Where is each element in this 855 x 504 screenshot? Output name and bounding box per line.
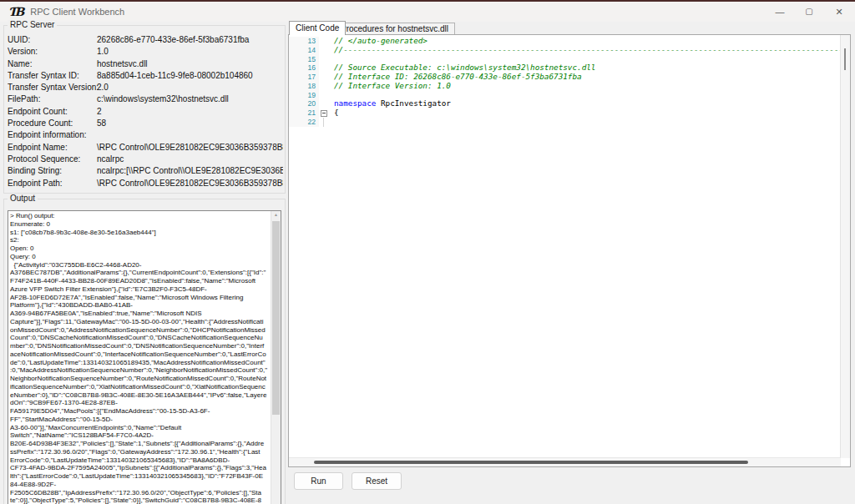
field-value: \RPC Control\OLE9E281082EC9E3036B359378B… — [97, 178, 283, 189]
rpc-server-fields: UUID:26268c86-e770-433e-86ef-5f3ba6731fb… — [8, 34, 283, 189]
output-line: 84-4E88-9D2F- — [10, 481, 271, 489]
scroll-up-icon[interactable]: ▲ — [271, 212, 281, 217]
field-row: Name:hostnetsvc.dll — [8, 58, 283, 70]
output-line: A3-60-00"}],"MaxConcurrentEndpoints":0,"… — [10, 424, 271, 432]
output-line: mber":0,"DNSNotificationMissedCount":0,"… — [10, 342, 271, 350]
app-logo-icon: ƬB — [8, 6, 22, 18]
field-row: Endpoint information: — [8, 129, 283, 141]
code-line: 21{ — [289, 108, 841, 118]
line-number: 22 — [289, 118, 319, 127]
field-value: 26268c86-e770-433e-86ef-5f3ba6731fba — [97, 34, 283, 46]
tab-procedures[interactable]: Procedures for hostnetsvc.dll — [334, 23, 455, 35]
minimize-icon[interactable]: — — [765, 2, 795, 22]
field-value — [97, 129, 283, 141]
output-text: > Run() output:Enumerate: 0s1: ["c08cb7b… — [8, 211, 271, 504]
fold-margin — [319, 46, 329, 55]
field-value: 1.0 — [97, 46, 283, 58]
field-label: Procedure Count: — [8, 118, 97, 129]
output-line: :0,"MacAddressNotificationSequenceNumber… — [10, 366, 271, 375]
field-value: ncalrpc:[\\RPC Control\\OLE9E281082EC9E3… — [97, 165, 283, 177]
fold-margin — [319, 63, 329, 73]
code-lines: 13// </auto-generated>14//--------------… — [289, 37, 841, 458]
run-button[interactable]: Run — [294, 472, 343, 490]
field-row: Procedure Count:58 — [8, 118, 283, 129]
editor-horizontal-scrollbar[interactable] — [289, 457, 841, 466]
field-row: Endpoint Name:\RPC Control\OLE9E281082EC… — [8, 142, 283, 154]
output-line: FF","StartMacAddress":"00-15-5D- — [10, 416, 271, 424]
fold-margin — [319, 118, 329, 127]
field-label: Transfer Syntax ID: — [8, 70, 97, 82]
field-label: UUID: — [8, 34, 97, 46]
code-line: 20namespace RpcInvestigator — [289, 99, 841, 108]
maximize-icon[interactable]: ▢ — [794, 2, 824, 22]
code-line: 14//------------------------------------… — [289, 46, 841, 55]
output-line: Azure VFP Switch Filter Extension"},{"Id… — [10, 285, 271, 294]
output-line: ificationSequenceNumber":0,"XlatNotifica… — [10, 383, 271, 391]
field-value: \RPC Control\OLE9E281082EC9E3036B359378B… — [97, 142, 283, 154]
field-row: Protocol Sequence:ncalrpc — [8, 154, 283, 165]
field-label: FilePath: — [8, 93, 97, 105]
line-number: 19 — [289, 91, 319, 100]
output-line: Enumerate: 0 — [10, 220, 271, 229]
field-value: 8a885d04-1ceb-11c9-9fe8-08002b104860 — [97, 70, 283, 82]
output-line: s1: ["c08cb7b8-9b3c-408e-8e30-5e16a3aeb4… — [10, 229, 271, 237]
fold-margin — [319, 55, 329, 64]
output-line: Switch","NatName":"ICS128BAF54-F7C0-4A2D… — [10, 431, 271, 440]
field-value: c:\windows\system32\hostnetsvc.dll — [97, 93, 283, 105]
field-row: Endpoint Path:\RPC Control\OLE9E281082EC… — [8, 178, 283, 189]
line-number: 18 — [289, 82, 319, 91]
output-title: Output — [8, 194, 38, 203]
code-editor[interactable]: 13// </auto-generated>14//--------------… — [288, 34, 851, 467]
field-label: Protocol Sequence: — [8, 154, 97, 165]
output-line: A369-94B67FA5BE0A","IsEnabled":true,"Nam… — [10, 310, 271, 318]
output-scrollbar[interactable]: ▲ ▼ — [271, 211, 281, 504]
output-line: F2505C6DB28B","IpAddressPrefix":"172.30.… — [10, 489, 271, 497]
reset-button[interactable]: Reset — [352, 472, 402, 490]
code-text: //--------------------------------------… — [332, 46, 841, 55]
editor-hscroll-thumb[interactable] — [314, 461, 748, 464]
field-label: Endpoint Path: — [8, 178, 97, 189]
output-line: eNumber":0},"ID":"C08CB7B8-9B3C-408E-8E3… — [10, 391, 271, 400]
code-text: // Interface Version: 1.0 — [332, 82, 451, 91]
code-text: namespace RpcInvestigator — [332, 99, 451, 108]
output-line: Platform"},{"Id":"430BDADD-BAB0-41AB- — [10, 301, 271, 310]
line-number: 16 — [289, 63, 319, 73]
output-line: onMissedCount":0,"AddressNotificationSeq… — [10, 326, 271, 335]
tab-client-code[interactable]: Client Code — [289, 21, 346, 35]
output-line: AF2B-10FED6D72E7A","IsEnabled":false,"Na… — [10, 294, 271, 302]
output-line: lth":{"LastErrorCode":0,"LastUpdateTime"… — [10, 472, 271, 481]
field-label: Version: — [8, 46, 97, 58]
field-label: Name: — [8, 58, 97, 70]
field-row: Version:1.0 — [8, 46, 283, 58]
field-row: Transfer Syntax ID:8a885d04-1ceb-11c9-9f… — [8, 70, 283, 82]
output-line: FA59179E5D04","MacPools":[{"EndMacAddres… — [10, 407, 271, 416]
fold-margin — [319, 82, 329, 91]
field-label: Endpoint Name: — [8, 142, 97, 154]
output-groupbox: Output > Run() output:Enumerate: 0s1: ["… — [3, 199, 286, 504]
fold-marker-icon[interactable] — [319, 108, 329, 118]
output-line: Capture"}],"Flags":11,"GatewayMac":"00-1… — [10, 318, 271, 326]
field-value: 2.0 — [97, 82, 283, 93]
close-icon[interactable]: ✕ — [824, 2, 854, 22]
line-number: 14 — [289, 46, 319, 55]
output-line: A376BEC787DB","AdditionalParams":{},"Cur… — [10, 269, 271, 277]
field-value: hostnetsvc.dll — [97, 58, 283, 70]
editor-vertical-scrollbar[interactable] — [840, 35, 850, 458]
field-value: 58 — [97, 118, 283, 129]
field-label: Endpoint Count: — [8, 106, 97, 118]
line-number: 17 — [289, 73, 319, 82]
output-line: Open: 0 — [10, 244, 271, 253]
fold-margin — [319, 73, 329, 82]
editor-vscroll-thumb[interactable] — [844, 48, 846, 70]
field-value: ncalrpc — [97, 154, 283, 165]
output-line: de":0,"LastUpdateTime":13314032106518943… — [10, 359, 271, 367]
output-line: CF73-4FAD-9BDA-2F7595A24005","IpSubnets"… — [10, 464, 271, 472]
output-line: aceNotificationMissedCount":0,"Interface… — [10, 350, 271, 359]
output-line: NeighborNotificationSequenceNumber":0,"R… — [10, 375, 271, 383]
output-scrollbar-thumb[interactable] — [272, 221, 280, 415]
code-text: { — [332, 108, 339, 118]
title-bar: ƬB RPC Client Workbench — ▢ ✕ — [0, 2, 855, 22]
output-textbox[interactable]: > Run() output:Enumerate: 0s1: ["c08cb7b… — [8, 210, 281, 504]
output-line: > Run() output: — [10, 212, 271, 220]
window-title: RPC Client Workbench — [30, 7, 124, 17]
